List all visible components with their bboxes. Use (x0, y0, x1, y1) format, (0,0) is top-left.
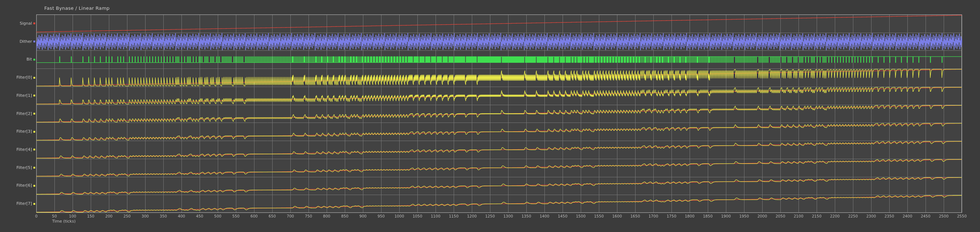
row-label-filter-1: Filter[1] (16, 93, 35, 99)
x-tick-label: 1500 (576, 214, 586, 218)
x-tick-label: 1250 (485, 214, 495, 218)
x-tick-label: 900 (360, 214, 367, 218)
x-tick-label: 2400 (903, 214, 913, 218)
x-tick-label: 1750 (667, 214, 676, 218)
x-tick-label: 1200 (467, 214, 477, 218)
x-tick-label: 1550 (594, 214, 604, 218)
chart-stage: Fast Bynase / Linear Ramp SignalDitherBi… (0, 0, 980, 232)
row-label-text: Filter[2] (16, 111, 32, 117)
row-label-dither: Dither (20, 39, 35, 44)
x-tick-label: 1700 (649, 214, 659, 218)
row-label-text: Bit (27, 57, 32, 62)
row-label-filter-7: Filter[7] (16, 201, 35, 207)
row-label-text: Filter[4] (16, 147, 32, 153)
row-label-text: Dither (20, 39, 32, 44)
x-tick-label: 2350 (885, 214, 894, 218)
x-tick-label: 1100 (431, 214, 441, 218)
x-tick-label: 100 (69, 214, 76, 218)
row-label-filter-4: Filter[4] (16, 147, 35, 153)
x-tick-label: 1650 (630, 214, 640, 218)
series-marker-icon (33, 185, 35, 187)
waveform-canvas (0, 0, 980, 232)
x-tick-label: 200 (105, 214, 113, 218)
row-label-filter-2: Filter[2] (16, 111, 35, 117)
x-tick-label: 700 (287, 214, 294, 218)
x-tick-label: 650 (269, 214, 276, 218)
row-label-filter-0: Filter[0] (16, 75, 35, 80)
x-tick-label: 600 (250, 214, 258, 218)
series-marker-icon (33, 22, 35, 24)
x-tick-label: 1000 (395, 214, 404, 218)
row-label-text: Filter[5] (16, 165, 32, 171)
series-marker-icon (33, 131, 35, 133)
series-marker-icon (33, 41, 35, 43)
x-tick-label: 1800 (685, 214, 695, 218)
x-tick-label: 500 (214, 214, 221, 218)
series-marker-icon (33, 203, 35, 205)
x-tick-label: 250 (123, 214, 130, 218)
row-label-text: Filter[7] (16, 201, 32, 207)
row-label-filter-6: Filter[6] (16, 183, 35, 188)
x-tick-label: 0 (35, 214, 38, 218)
row-label-text: Filter[3] (16, 129, 32, 134)
x-tick-label: 800 (323, 214, 330, 218)
row-label-signal: Signal (20, 21, 35, 27)
x-tick-label: 1400 (540, 214, 549, 218)
x-tick-label: 300 (142, 214, 149, 218)
x-tick-label: 2250 (848, 214, 858, 218)
x-tick-label: 2200 (830, 214, 840, 218)
series-marker-icon (33, 77, 35, 79)
series-marker-icon (33, 148, 35, 150)
row-label-text: Filter[0] (16, 75, 32, 80)
x-axis-title: Time (ticks) (52, 219, 76, 224)
series-marker-icon (33, 167, 35, 169)
x-tick-label: 2550 (957, 214, 967, 218)
x-tick-label: 350 (160, 214, 167, 218)
x-tick-label: 2300 (866, 214, 876, 218)
row-label-bit: Bit (27, 57, 35, 62)
row-label-text: Signal (20, 21, 32, 27)
row-label-text: Filter[1] (16, 93, 32, 99)
x-tick-label: 2450 (921, 214, 931, 218)
row-label-filter-5: Filter[5] (16, 165, 35, 171)
series-marker-icon (33, 59, 35, 60)
x-tick-label: 2050 (776, 214, 786, 218)
x-tick-label: 850 (341, 214, 348, 218)
x-tick-label: 150 (87, 214, 94, 218)
x-tick-label: 2000 (757, 214, 767, 218)
x-tick-label: 950 (377, 214, 385, 218)
x-tick-label: 1600 (612, 214, 622, 218)
x-tick-label: 50 (52, 214, 57, 218)
row-label-filter-3: Filter[3] (16, 129, 35, 134)
series-marker-icon (33, 113, 35, 115)
chart-title: Fast Bynase / Linear Ramp (44, 5, 110, 11)
x-tick-label: 1150 (449, 214, 459, 218)
x-tick-label: 550 (232, 214, 240, 218)
x-tick-label: 1850 (703, 214, 713, 218)
x-tick-label: 2100 (794, 214, 803, 218)
x-tick-label: 1350 (522, 214, 531, 218)
x-tick-label: 1050 (413, 214, 423, 218)
series-marker-icon (33, 95, 35, 96)
x-tick-label: 400 (178, 214, 185, 218)
x-tick-label: 2500 (939, 214, 949, 218)
x-tick-label: 1300 (503, 214, 513, 218)
x-tick-label: 750 (305, 214, 312, 218)
x-tick-label: 2150 (812, 214, 822, 218)
row-label-text: Filter[6] (16, 183, 32, 188)
x-tick-label: 1450 (558, 214, 568, 218)
x-tick-label: 1900 (721, 214, 731, 218)
x-tick-label: 1950 (739, 214, 749, 218)
x-tick-label: 450 (196, 214, 203, 218)
